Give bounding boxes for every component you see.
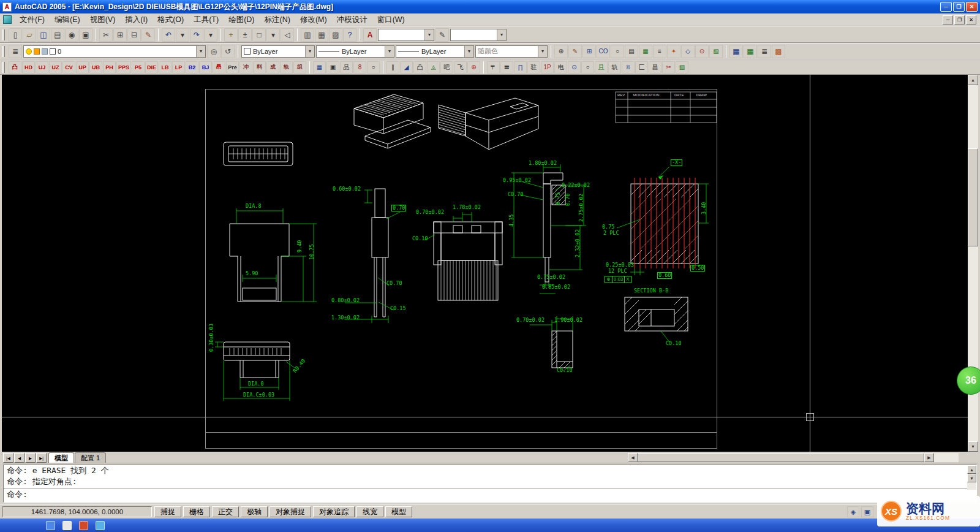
custom-toolbar-button[interactable]: 成: [266, 61, 279, 74]
drawing-area[interactable]: DIA.8 9.40 10.75 5.90 0.60±0.02 0.70 C0.…: [2, 75, 968, 452]
toolbar-button[interactable]: ◫: [37, 28, 50, 42]
status-toggle-button[interactable]: 线宽: [356, 506, 383, 517]
toolbar-button[interactable]: ⊟: [127, 28, 141, 42]
toolbar-icon-button[interactable]: 且: [595, 61, 608, 74]
dropdown-arrow-icon[interactable]: ▾: [305, 46, 314, 57]
toolbar-button[interactable]: ✎: [141, 28, 155, 42]
toolbar-icon-button[interactable]: ✂: [662, 61, 675, 74]
dropdown-arrow-icon[interactable]: ▾: [385, 46, 394, 57]
toolbar-icon-button[interactable]: 电: [554, 61, 567, 74]
tab-nav-button[interactable]: |◀: [3, 453, 13, 463]
toolbar-button[interactable]: ✎: [568, 45, 582, 58]
toolbar-button[interactable]: □: [252, 28, 266, 42]
status-toggle-button[interactable]: 模型: [385, 506, 412, 517]
dropdown-arrow-icon[interactable]: ▾: [424, 29, 434, 40]
toolbar-icon-button[interactable]: π: [622, 61, 635, 74]
status-toggle-button[interactable]: 对象捕捉: [270, 506, 311, 517]
toolbar-button[interactable]: ▨: [329, 28, 342, 42]
coordinate-readout[interactable]: 1461.7698, 104.0006, 0.0000: [2, 506, 152, 517]
custom-toolbar-button[interactable]: 昂: [213, 61, 225, 74]
toolbar-icon-button[interactable]: ○: [367, 61, 380, 74]
toolbar-icon-button[interactable]: ◬: [427, 61, 440, 74]
toolbar-button[interactable]: ?: [343, 28, 356, 42]
custom-toolbar-button[interactable]: LB: [159, 61, 172, 74]
toolbar-button[interactable]: ▤: [625, 45, 638, 58]
menu-item[interactable]: 格式(O): [153, 13, 189, 26]
tab-nav-button[interactable]: ▶|: [36, 453, 47, 463]
custom-toolbar-button[interactable]: CV: [62, 61, 75, 74]
custom-toolbar-button[interactable]: Pre: [226, 61, 239, 74]
toolbar-icon-button[interactable]: 匚: [635, 61, 648, 74]
color-combo[interactable]: ByLayer ▾: [241, 45, 315, 58]
toolbar-button[interactable]: ▥: [301, 28, 314, 42]
custom-toolbar-button[interactable]: 料: [253, 61, 266, 74]
toolbar-button[interactable]: ▦: [729, 45, 743, 58]
custom-toolbar-button[interactable]: UZ: [49, 61, 62, 74]
toolbar-button[interactable]: ◇: [681, 45, 695, 58]
tray-icon[interactable]: ▣: [861, 506, 873, 517]
custom-toolbar-button[interactable]: DIE: [145, 61, 158, 74]
toolbar-grip[interactable]: [2, 29, 5, 40]
scroll-left-button[interactable]: ◀: [628, 453, 638, 462]
toolbar-button[interactable]: ⊕: [554, 45, 568, 58]
custom-toolbar-button[interactable]: UJ: [36, 61, 48, 74]
custom-toolbar-button[interactable]: BJ: [199, 61, 212, 74]
custom-toolbar-button[interactable]: PPS: [116, 61, 131, 74]
toolbar-button[interactable]: ≣: [758, 45, 771, 58]
toolbar-button[interactable]: ▧: [709, 45, 723, 58]
custom-toolbar-button[interactable]: HD: [22, 61, 35, 74]
vertical-scrollbar[interactable]: ▲ ▼: [968, 75, 978, 452]
toolbar-icon-button[interactable]: ◢: [400, 61, 413, 74]
toolbar-button[interactable]: ⊞: [113, 28, 127, 42]
toolbar-icon-button[interactable]: 〒: [487, 61, 500, 74]
toolbar-icon-button[interactable]: ▦: [313, 61, 326, 74]
custom-toolbar-button[interactable]: 凸: [9, 61, 21, 74]
toolbar-button[interactable]: ✂: [99, 28, 113, 42]
toolbar-button[interactable]: ▩: [772, 45, 785, 58]
command-input[interactable]: 命令:: [4, 488, 976, 501]
custom-toolbar-button[interactable]: PH: [103, 61, 116, 74]
mdi-minimize-button[interactable]: ─: [943, 15, 953, 25]
floating-badge[interactable]: 36: [957, 367, 980, 395]
taskbar-icon[interactable]: [79, 521, 88, 530]
toolbar-icon-button[interactable]: 昌: [649, 61, 662, 74]
style-combo-2[interactable]: ▾: [450, 29, 507, 41]
scroll-up-button[interactable]: ▲: [967, 465, 976, 474]
toolbar-icon-button[interactable]: ⊙: [568, 61, 581, 74]
toolbar-icon-button[interactable]: ○: [581, 61, 594, 74]
menu-item[interactable]: 视图(V): [85, 13, 121, 26]
toolbar-button[interactable]: ▾: [266, 28, 280, 42]
layer-combo[interactable]: 0 ▾: [23, 45, 206, 58]
taskbar-icon[interactable]: [96, 521, 105, 530]
toolbar-icon-button[interactable]: 飞: [454, 61, 467, 74]
linetype-combo[interactable]: ByLayer ▾: [316, 45, 394, 58]
toolbar-icon-button[interactable]: ▣: [326, 61, 339, 74]
toolbar-icon-button[interactable]: 1P: [541, 61, 554, 74]
dim-style-button[interactable]: ✎: [435, 28, 449, 42]
menu-item[interactable]: 标注(N): [260, 13, 295, 26]
tab-nav-button[interactable]: ◀: [14, 453, 24, 463]
maximize-button[interactable]: ❐: [953, 2, 965, 12]
scroll-down-button[interactable]: ▼: [967, 474, 976, 482]
scroll-up-button[interactable]: ▲: [968, 75, 978, 85]
toolbar-button[interactable]: ◎: [207, 45, 221, 58]
menu-item[interactable]: 编辑(E): [50, 13, 85, 26]
toolbar-button[interactable]: ▦: [315, 28, 328, 42]
command-scrollbar[interactable]: ▲ ▼: [967, 465, 976, 490]
tab-nav-button[interactable]: ▶: [25, 453, 36, 463]
toolbar-icon-button[interactable]: ∏: [514, 61, 527, 74]
toolbar-button[interactable]: ✦: [667, 45, 680, 58]
toolbar-button[interactable]: ◁: [281, 28, 294, 42]
tab-model[interactable]: 模型: [48, 452, 74, 463]
scroll-down-button[interactable]: ▼: [968, 441, 978, 452]
toolbar-icon-button[interactable]: 〓: [500, 61, 513, 74]
toolbar-button[interactable]: ⊞: [582, 45, 596, 58]
toolbar-button[interactable]: ▯: [9, 28, 22, 42]
toolbar-icon-button[interactable]: 轨: [608, 61, 621, 74]
dropdown-arrow-icon[interactable]: ▾: [196, 46, 205, 57]
style-combo-1[interactable]: ▾: [378, 29, 434, 41]
toolbar-icon-button[interactable]: 8: [353, 61, 366, 74]
custom-toolbar-button[interactable]: B2: [186, 61, 198, 74]
mdi-close-button[interactable]: ✕: [966, 15, 976, 25]
custom-toolbar-button[interactable]: 轨: [280, 61, 293, 74]
